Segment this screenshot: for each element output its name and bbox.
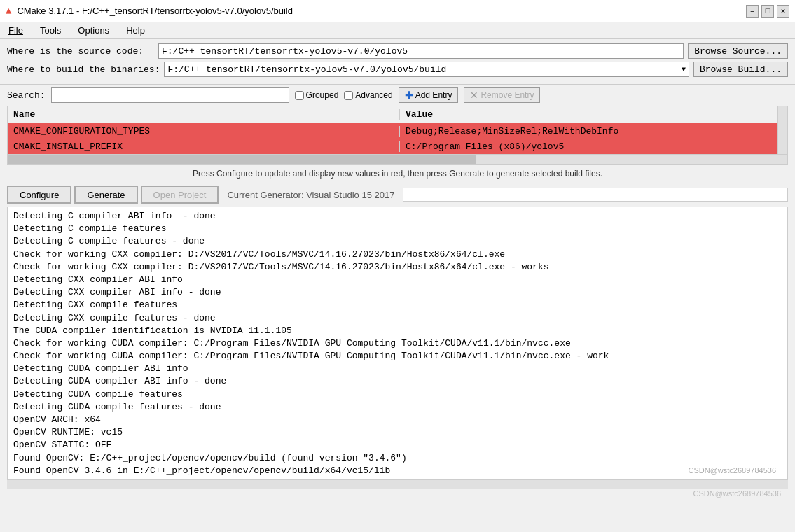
table-header-value: Value — [400, 109, 787, 120]
build-input[interactable]: F:/C++_tensortRT/tensorrtx-yolov5-v7.0/y… — [164, 62, 689, 77]
form-area: Where is the source code: Browse Source.… — [0, 39, 795, 85]
toolbar-row: Search: Grouped Advanced ✚ Add Entry ✕ R… — [0, 85, 795, 106]
output-line: Detecting CUDA compile features — [13, 388, 782, 401]
table-cell-name-1: CMAKE_INSTALL_PREFIX — [8, 141, 400, 152]
output-line: Detecting CUDA compiler ABI info - done — [13, 375, 782, 388]
menu-bar: File Tools Options Help — [0, 22, 795, 39]
output-line: Check for working CUDA compiler: C:/Prog… — [13, 337, 782, 350]
output-line: Detecting CXX compile features - done — [13, 312, 782, 325]
times-icon: ✕ — [470, 90, 478, 101]
build-label: Where to build the binaries: — [7, 64, 160, 75]
button-row: Configure Generate Open Project Current … — [0, 183, 795, 206]
output-area[interactable]: Detecting C compiler ABI info - doneDete… — [7, 206, 788, 479]
output-line: Detecting CUDA compile features - done — [13, 401, 782, 414]
watermark-text: CSDN@wstc2689784536 — [693, 489, 781, 498]
menu-file[interactable]: File — [6, 25, 26, 36]
menu-help[interactable]: Help — [123, 25, 148, 36]
close-button[interactable]: ✕ — [777, 5, 789, 18]
search-label: Search: — [7, 90, 46, 101]
progress-bar — [403, 188, 788, 202]
search-input[interactable] — [51, 88, 289, 103]
app-icon: ▲ — [6, 6, 11, 17]
build-row: Where to build the binaries: F:/C++_tens… — [7, 62, 788, 77]
browse-source-button[interactable]: Browse Source... — [688, 43, 788, 59]
remove-entry-button[interactable]: ✕ Remove Entry — [464, 88, 540, 103]
open-project-button[interactable]: Open Project — [141, 186, 219, 204]
output-line: OpenCV RUNTIME: vc15 — [13, 426, 782, 439]
add-entry-label: Add Entry — [415, 90, 452, 100]
status-text: Press Configure to update and display ne… — [0, 164, 795, 183]
add-entry-button[interactable]: ✚ Add Entry — [399, 88, 459, 103]
source-label: Where is the source code: — [7, 46, 154, 57]
title-bar: ▲ CMake 3.17.1 - F:/C++_tensortRT/tensor… — [0, 0, 795, 22]
source-input[interactable] — [158, 43, 684, 59]
output-line: Detecting CXX compile features — [13, 299, 782, 312]
title-bar-text: CMake 3.17.1 - F:/C++_tensortRT/tensorrt… — [17, 6, 740, 16]
remove-entry-label: Remove Entry — [481, 90, 534, 100]
output-line: OpenCV STATIC: OFF — [13, 439, 782, 451]
advanced-label: Advanced — [355, 90, 392, 100]
table-header: Name Value — [8, 106, 787, 123]
horizontal-scrollbar[interactable] — [7, 479, 788, 489]
vertical-scrollbar[interactable] — [777, 106, 787, 154]
table-header-name: Name — [8, 109, 400, 120]
output-line: OpenCV ARCH: x64 — [13, 414, 782, 426]
configure-button[interactable]: Configure — [7, 186, 71, 204]
source-row: Where is the source code: Browse Source.… — [7, 43, 788, 59]
output-watermark: CSDN@wstc2689784536 — [13, 465, 782, 476]
generate-button[interactable]: Generate — [74, 186, 137, 204]
maximize-button[interactable]: □ — [761, 5, 774, 18]
browse-build-button[interactable]: Browse Build... — [693, 62, 788, 77]
title-bar-controls: – □ ✕ — [746, 5, 789, 18]
grouped-label: Grouped — [306, 90, 339, 100]
generator-text: Current Generator: Visual Studio 15 2017 — [227, 190, 394, 200]
output-line: The CUDA compiler identification is NVID… — [13, 325, 782, 337]
table-cell-value-0: Debug;Release;MinSizeRel;RelWithDebInfo — [400, 126, 787, 136]
minimize-button[interactable]: – — [746, 5, 759, 18]
table-area: Name Value CMAKE_CONFIGURATION_TYPES Deb… — [7, 106, 788, 155]
output-line: Detecting CXX compiler ABI info - done — [13, 286, 782, 299]
plus-icon: ✚ — [405, 90, 413, 101]
grouped-checkbox-label[interactable]: Grouped — [295, 90, 339, 100]
table-row[interactable]: CMAKE_CONFIGURATION_TYPES Debug;Release;… — [8, 123, 787, 139]
output-line: Check for working CXX compiler: D:/VS201… — [13, 261, 782, 274]
menu-options[interactable]: Options — [75, 25, 112, 36]
table-row[interactable]: CMAKE_INSTALL_PREFIX C:/Program Files (x… — [8, 139, 787, 154]
dropdown-arrow-icon: ▼ — [682, 66, 686, 74]
advanced-checkbox[interactable] — [344, 91, 353, 100]
output-line: You might need to add E:\C++_project\ope… — [13, 477, 782, 479]
output-line: Check for working CUDA compiler: C:/Prog… — [13, 350, 782, 363]
output-line: Detecting C compile features — [13, 223, 782, 235]
grouped-checkbox[interactable] — [295, 91, 304, 100]
output-line: Detecting C compile features - done — [13, 235, 782, 248]
output-line: Detecting CUDA compiler ABI info — [13, 363, 782, 375]
menu-tools[interactable]: Tools — [37, 25, 64, 36]
table-cell-name-0: CMAKE_CONFIGURATION_TYPES — [8, 126, 400, 136]
output-line: Found OpenCV: E:/C++_project/opencv/open… — [13, 452, 782, 465]
table-cell-value-1: C:/Program Files (x86)/yolov5 — [400, 141, 787, 152]
output-line: Check for working CXX compiler: D:/VS201… — [13, 248, 782, 261]
output-line: Detecting CXX compiler ABI info — [13, 274, 782, 286]
output-line: Detecting C compiler ABI info - done — [13, 210, 782, 223]
advanced-checkbox-label[interactable]: Advanced — [344, 90, 392, 100]
build-input-text: F:/C++_tensortRT/tensorrtx-yolov5-v7.0/y… — [167, 64, 446, 75]
